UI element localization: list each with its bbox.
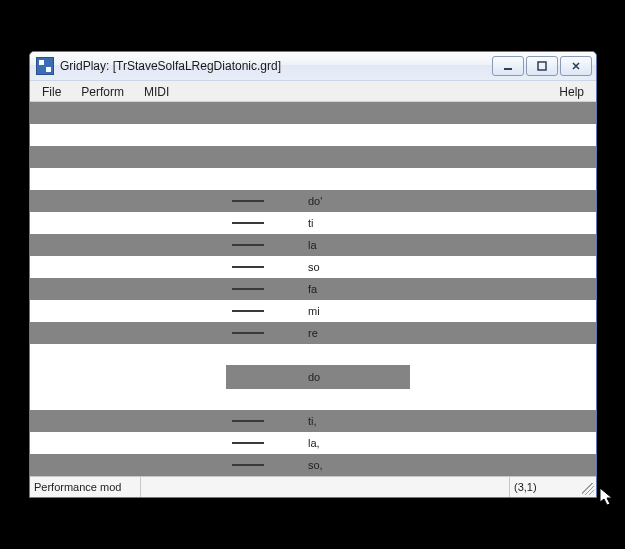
app-icon (36, 57, 54, 75)
close-button[interactable] (560, 56, 592, 76)
row-tick (232, 266, 264, 268)
grid-row[interactable] (30, 102, 596, 124)
row-tick (232, 222, 264, 224)
svg-rect-1 (538, 62, 546, 70)
maximize-icon (537, 61, 547, 71)
row-label: do' (308, 195, 322, 207)
row-label: la (308, 239, 317, 251)
menu-bar: File Perform MIDI Help (30, 81, 596, 102)
window-controls (492, 56, 592, 76)
status-coord: (3,1) (510, 477, 580, 497)
resize-grip[interactable] (580, 477, 596, 497)
row-label: do (308, 371, 320, 383)
row-tick (232, 464, 264, 466)
menu-perform[interactable]: Perform (71, 81, 134, 101)
row-label: re (308, 327, 318, 339)
status-bar: Performance mod (3,1) (30, 476, 596, 497)
svg-rect-0 (504, 68, 512, 70)
mouse-cursor-icon (599, 487, 615, 507)
row-tick (232, 244, 264, 246)
row-tick (232, 288, 264, 290)
row-tick (232, 332, 264, 334)
row-label: so (308, 261, 320, 273)
grid-canvas[interactable]: do'tilasofamiredoti,la,so, (30, 102, 596, 476)
title-bar[interactable]: GridPlay: [TrStaveSolfaLRegDiatonic.grd] (30, 52, 596, 81)
app-window: GridPlay: [TrStaveSolfaLRegDiatonic.grd]… (29, 51, 597, 498)
grid-row[interactable] (30, 146, 596, 168)
row-tick (232, 420, 264, 422)
row-label: mi (308, 305, 320, 317)
row-label: ti (308, 217, 314, 229)
row-tick (232, 442, 264, 444)
row-label: ti, (308, 415, 317, 427)
row-tick (232, 310, 264, 312)
row-tick (232, 200, 264, 202)
minimize-button[interactable] (492, 56, 524, 76)
window-title: GridPlay: [TrStaveSolfaLRegDiatonic.grd] (60, 59, 492, 73)
close-icon (571, 61, 581, 71)
menu-spacer (179, 81, 549, 101)
menu-midi[interactable]: MIDI (134, 81, 179, 101)
menu-help[interactable]: Help (549, 81, 594, 101)
status-mode: Performance mod (30, 477, 141, 497)
status-middle (141, 477, 510, 497)
menu-file[interactable]: File (32, 81, 71, 101)
minimize-icon (503, 61, 513, 71)
row-label: fa (308, 283, 317, 295)
row-label: so, (308, 459, 323, 471)
row-label: la, (308, 437, 320, 449)
maximize-button[interactable] (526, 56, 558, 76)
